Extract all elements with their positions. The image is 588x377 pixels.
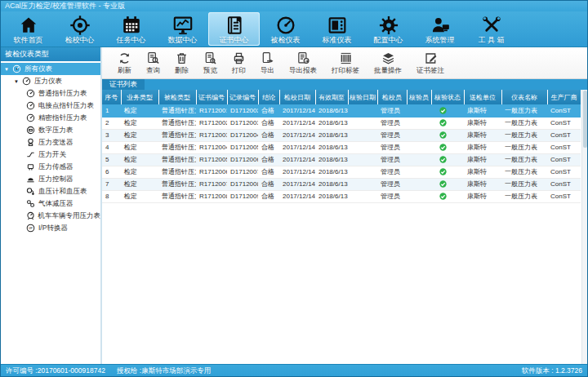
cell-status [431, 153, 464, 166]
cell-inst_name: 一般压力表 [501, 117, 547, 129]
table-row[interactable]: 4检定普通指针压力表R1712004D1712005合格2017/12/1420… [102, 141, 581, 153]
tree-item[interactable]: I/PI/P转换器 [1, 222, 100, 234]
column-header[interactable]: 序号 [102, 90, 121, 104]
print-button[interactable]: 打印 [225, 49, 253, 78]
ribbon-item-standard-instruments[interactable]: 标准仪表 [311, 12, 363, 46]
cell-status [431, 166, 464, 178]
table-row[interactable]: 8检定普通指针压力表R1712008D1712009合格2017/12/1420… [102, 190, 581, 202]
table-vertical-scrollbar[interactable] [581, 90, 587, 364]
column-header[interactable]: 有效期至 [315, 90, 348, 104]
certificate-sign-button[interactable]: 证书签注 [409, 49, 452, 78]
switch-icon [25, 150, 36, 159]
ribbon-item-system-management[interactable]: 系统管理 [414, 12, 466, 46]
column-header[interactable]: 检校员 [377, 90, 407, 104]
batch-operation-icon [381, 51, 395, 66]
cell-valid_until: 2018/6/13 [315, 190, 348, 202]
print-label-button[interactable]: 打印标签 [324, 49, 367, 78]
cell-verify_date [348, 104, 377, 117]
certificate-table-body: 1检定普通指针压力表R1712001D1712002合格2017/12/1420… [102, 104, 581, 202]
ribbon-item-software-home[interactable]: 软件首页 [2, 12, 54, 46]
export-button[interactable]: 导出 [253, 49, 282, 78]
cell-unit: 康斯特 [464, 129, 501, 141]
tree-item[interactable]: 血压计和血压表 [1, 185, 100, 197]
expand-arrow-icon[interactable]: ▼ [14, 79, 19, 84]
table-row[interactable]: 1检定普通指针压力表R1712001D1712002合格2017/12/1420… [102, 104, 581, 117]
printer-icon [232, 51, 246, 66]
ribbon-item-config-center[interactable]: 配置中心 [363, 12, 414, 46]
column-header[interactable]: 证书编号 [196, 90, 227, 104]
cell-valid_until: 2018/6/13 [315, 166, 348, 178]
expand-arrow-icon[interactable]: ▼ [4, 67, 9, 72]
tree-item[interactable]: 压力变送器 [1, 136, 100, 149]
action-button-label: 打印 [232, 66, 246, 75]
certificate-sign-icon [424, 51, 438, 66]
tree-item[interactable]: 压力传感器 [1, 161, 100, 173]
table-row[interactable]: 2检定普通指针压力表R1712002D1712003合格2017/12/1420… [102, 117, 581, 129]
tab-certificate-list[interactable]: 证书列表 [102, 79, 145, 90]
ribbon-item-data-center[interactable]: 数据中心 [157, 12, 208, 46]
action-button-label: 查询 [146, 66, 160, 75]
tree-item[interactable]: 数字压力表 [1, 124, 100, 136]
cell-valid_until: 2018/6/13 [315, 117, 348, 129]
delete-button[interactable]: 删除 [167, 49, 196, 78]
cell-result: 合格 [258, 141, 279, 153]
cell-rec_no: D1712002 [227, 104, 258, 117]
table-row[interactable]: 6检定普通指针压力表R1712006D1712007合格2017/12/1420… [102, 166, 581, 178]
tree-item[interactable]: ▼所有仪表 [1, 63, 100, 75]
column-header[interactable]: 仪表名称 [501, 90, 547, 104]
column-header[interactable]: 检校日期 [279, 90, 315, 104]
gauge-icon [11, 64, 22, 73]
tree-item[interactable]: 压力开关 [1, 149, 100, 161]
cell-calibrator: 管理员 [377, 104, 407, 117]
toolbox-icon [481, 14, 502, 36]
tree-item[interactable]: ▼压力仪表 [1, 75, 100, 87]
regulator-icon [25, 199, 36, 208]
column-header[interactable]: 送检单位 [464, 90, 501, 104]
column-header[interactable]: 结论 [258, 90, 279, 104]
cell-status [431, 190, 464, 202]
tree-item-label: 精密指针压力表 [38, 113, 87, 123]
batch-operation-button[interactable]: 批量操作 [367, 49, 409, 78]
table-row[interactable]: 3检定普通指针压力表R1712003D1712004合格2017/12/1420… [102, 129, 581, 141]
tree-item[interactable]: 气体减压器 [1, 197, 100, 210]
gauge-icon [25, 89, 36, 98]
refresh-button[interactable]: 刷新 [110, 49, 139, 78]
instrument-type-tree: ▼所有仪表▼压力仪表普通指针压力表电接点指针压力表精密指针压力表数字压力表压力变… [1, 61, 100, 364]
green-verified-seal-icon [439, 144, 447, 151]
instrument-type-sidebar: 被检仪表类型 ▼所有仪表▼压力仪表普通指针压力表电接点指针压力表精密指针压力表数… [1, 47, 102, 364]
ribbon-item-label: 工 具 箱 [478, 36, 504, 45]
column-header[interactable]: 被检类型 [158, 90, 196, 104]
column-header[interactable]: 核验日期 [348, 90, 377, 104]
ribbon-item-label: 检校中心 [65, 36, 95, 45]
ribbon-item-task-center[interactable]: 任务中心 [105, 12, 157, 46]
table-row[interactable]: 7检定普通指针压力表R1712007D1712008合格2017/12/1420… [102, 178, 581, 190]
tree-item[interactable]: 压力控制器 [1, 173, 100, 185]
print-label-icon [339, 51, 353, 66]
cell-cal_date: 2017/12/14 [279, 153, 315, 166]
tree-item[interactable]: 普通指针压力表 [1, 87, 100, 100]
column-header[interactable]: 核验状态 [431, 90, 464, 104]
preview-button[interactable]: 预览 [196, 49, 225, 78]
column-header[interactable]: 生产厂商 [547, 90, 581, 104]
table-row[interactable]: 5检定普通指针压力表R1712005D1712006合格2017/12/1420… [102, 153, 581, 166]
tree-item[interactable]: 机车车辆专用压力表 [1, 210, 100, 222]
ribbon-item-label: 任务中心 [117, 36, 146, 45]
column-header[interactable]: 业务类型 [121, 90, 158, 104]
cell-status [431, 117, 464, 129]
ribbon-item-tested-instruments[interactable]: 被检仪表 [260, 12, 311, 46]
query-button[interactable]: 查询 [139, 49, 167, 78]
svg-text:I/P: I/P [29, 227, 33, 230]
window-titlebar[interactable]: ACal压力检定/校准管理软件 - 专业版 [1, 1, 587, 11]
ribbon-item-toolbox[interactable]: 工 具 箱 [466, 12, 517, 46]
ribbon-item-certificate-center[interactable]: 证书中心 [208, 12, 260, 46]
tree-item[interactable]: 精密指针压力表 [1, 112, 100, 124]
cell-inst_name: 一般压力表 [501, 104, 547, 117]
column-header[interactable]: 记录编号 [227, 90, 258, 104]
ribbon-item-calibration-center[interactable]: 检校中心 [54, 12, 105, 46]
export-report-button[interactable]: 导出报表 [282, 49, 324, 78]
scrollbar-thumb[interactable] [583, 91, 587, 148]
cell-calibrator: 管理员 [377, 141, 407, 153]
tree-item[interactable]: 电接点指针压力表 [1, 100, 100, 112]
column-header[interactable]: 核验员 [407, 90, 431, 104]
tree-item-label: 数字压力表 [38, 126, 74, 135]
